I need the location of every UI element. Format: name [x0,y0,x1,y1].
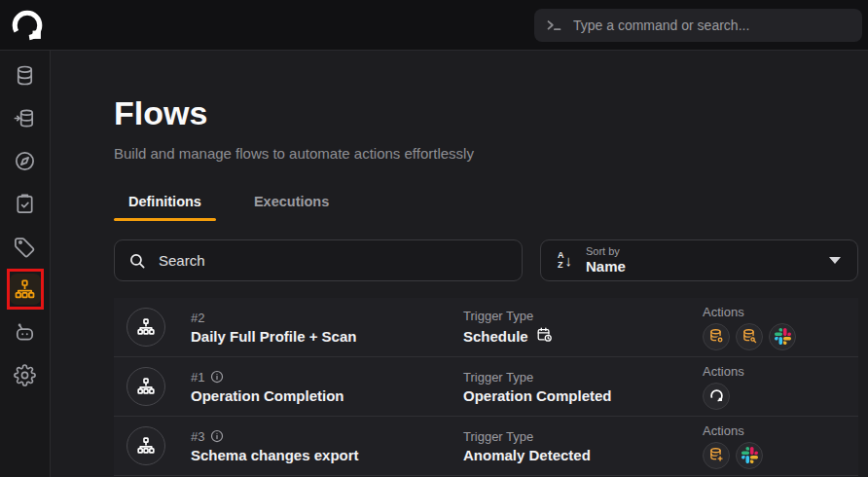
actions-label: Actions [703,305,858,319]
flow-row[interactable]: #3 Schema changes export Trigger Type An… [114,417,858,476]
flow-row[interactable]: #1 Operation Completion Trigger Type Ope… [114,357,858,417]
app-window: Flows Build and manage flows to automate… [0,0,868,477]
search-input[interactable] [157,251,508,270]
tab-executions[interactable]: Executions [239,184,344,221]
chevron-down-icon [829,257,841,264]
sidebar-item-assistant[interactable] [10,316,41,348]
trigger-type-value: Schedule [463,328,528,345]
trigger-type-value: Operation Completed [463,387,612,404]
list-toolbar: AZ↓ Sort by Name [114,239,858,281]
sidebar-item-flows[interactable] [10,274,41,305]
tag-icon [14,236,36,258]
database-profile-icon [703,323,730,350]
settings-icon [14,364,36,386]
flow-definitions-list: #2 Daily Full Profile + Scan Trigger Typ… [114,298,858,476]
q-logo-icon [703,383,730,410]
sort-az-icon: AZ↓ [558,251,572,270]
sort-by-label: Sort by [586,245,626,258]
info-icon[interactable] [210,429,224,443]
main-content: Flows Build and manage flows to automate… [51,51,868,477]
database-import-icon [14,107,36,129]
top-bar [0,0,868,51]
sidebar [0,51,51,477]
flow-avatar [127,308,165,347]
search-box[interactable] [114,239,523,281]
bot-icon [14,321,36,344]
flow-avatar [127,367,165,406]
flow-icon [136,377,156,396]
search-icon [128,252,146,270]
flow-icon [136,436,156,456]
tab-definitions[interactable]: Definitions [114,184,216,221]
sidebar-item-tasks[interactable] [10,188,41,219]
command-search-bar[interactable] [534,9,862,42]
terminal-prompt-icon [546,17,562,33]
trigger-type-label: Trigger Type [463,429,703,444]
compass-icon [14,150,36,172]
sidebar-item-database[interactable] [10,59,41,91]
info-icon[interactable] [210,370,224,384]
clipboard-check-icon [14,193,36,215]
command-search-input[interactable] [571,17,850,34]
action-chips [703,442,858,469]
sort-value: Name [586,258,626,275]
sidebar-item-settings[interactable] [10,359,41,390]
trigger-type-label: Trigger Type [463,370,703,385]
action-chips [703,323,858,350]
flow-number: #3 [191,429,204,444]
flow-number: #2 [191,311,204,325]
slack-icon [769,323,796,350]
flow-name: Schema changes export [191,447,463,463]
flow-number: #1 [191,370,204,385]
slack-icon [736,442,763,469]
sort-dropdown[interactable]: AZ↓ Sort by Name [540,239,858,281]
flows-icon [14,278,36,301]
sidebar-item-tags[interactable] [10,231,41,262]
action-chips [703,383,858,410]
page-subtitle: Build and manage flows to automate actio… [114,145,858,163]
sidebar-item-database-import[interactable] [10,102,41,133]
page-title: Flows [114,94,858,132]
flow-icon [136,317,156,337]
actions-label: Actions [703,364,858,379]
database-icon [14,64,36,87]
trigger-type-value: Anomaly Detected [463,447,591,463]
flow-avatar [127,426,165,465]
calendar-clock-icon [536,326,553,346]
flow-name: Daily Full Profile + Scan [191,328,463,345]
trigger-type-label: Trigger Type [463,309,703,323]
database-scan-icon [736,323,763,350]
flow-row[interactable]: #2 Daily Full Profile + Scan Trigger Typ… [114,298,858,357]
tab-bar: Definitions Executions [114,184,858,221]
sidebar-item-explore[interactable] [10,145,41,176]
actions-label: Actions [703,423,858,438]
app-logo-icon[interactable] [8,6,47,45]
flow-name: Operation Completion [191,387,463,404]
database-add-icon [703,442,730,469]
